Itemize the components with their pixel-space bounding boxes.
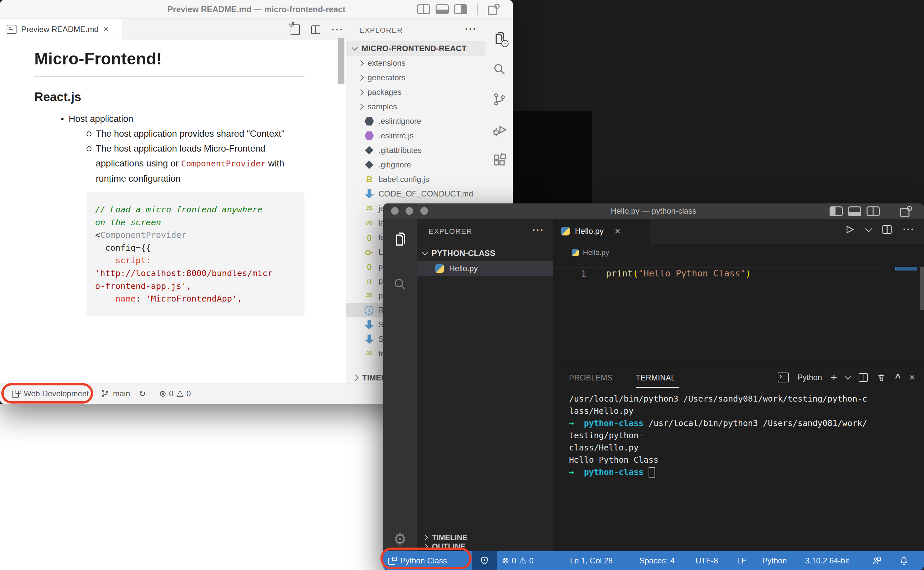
feedback-person-icon	[872, 556, 882, 566]
toggle-panel-right-icon[interactable]	[867, 207, 880, 216]
explorer-root-folder[interactable]: MICRO-FRONTEND-REACT	[346, 41, 486, 56]
workspace-trust-item[interactable]	[472, 551, 496, 570]
file-row[interactable]: .gitattributes	[346, 143, 486, 158]
background-window-shadow	[513, 111, 592, 207]
extensions-icon[interactable]	[491, 152, 508, 169]
language-mode-item[interactable]: Python	[762, 551, 787, 570]
root-folder-label: MICRO-FRONTEND-REACT	[362, 44, 467, 53]
file-row[interactable]: .eslintrc.js	[346, 129, 486, 143]
tab-problems[interactable]: PROBLEMS	[569, 374, 613, 382]
tab-hello-py[interactable]: Hello.py ×	[553, 219, 650, 244]
customize-layout-icon[interactable]	[900, 206, 912, 217]
file-row-hello-py[interactable]: Hello.py	[417, 261, 553, 276]
file-row[interactable]: .gitignore	[346, 158, 486, 172]
error-icon: ⊗	[502, 555, 509, 566]
folder-row[interactable]: generators	[346, 70, 486, 85]
explorer-header: EXPLORER	[359, 26, 403, 35]
file-label: babel.config.js	[378, 175, 429, 184]
split-editor-icon[interactable]	[883, 225, 892, 234]
sync-status-item[interactable]: ↻	[139, 383, 146, 404]
more-actions-icon[interactable]: ···	[331, 24, 343, 35]
split-terminal-icon[interactable]	[859, 373, 868, 382]
settings-gear-icon[interactable]: ⚙	[391, 530, 409, 547]
editor-scrollbar-thumb[interactable]	[920, 267, 924, 310]
problems-status-item[interactable]: ⊗ 0 ⚠ 0	[159, 383, 191, 404]
source-control-icon[interactable]	[491, 91, 508, 108]
text-line: lass/Hello.py	[569, 405, 919, 417]
code-line[interactable]: print("Hello Python Class")	[606, 268, 751, 278]
explorer-more-actions-icon[interactable]: ···	[532, 225, 544, 236]
breadcrumb[interactable]: Hello.py	[572, 248, 609, 257]
md-heading-2: React.js	[34, 90, 308, 104]
explorer-root-folder[interactable]: PYTHON-CLASS	[417, 246, 553, 261]
file-type-icon	[365, 306, 374, 315]
folder-row[interactable]: samples	[346, 100, 486, 114]
toggle-panel-bottom-icon[interactable]	[848, 207, 861, 216]
encoding-item[interactable]: UTF-8	[696, 551, 718, 570]
search-icon[interactable]	[491, 60, 508, 78]
file-type-icon	[365, 262, 374, 271]
text-segment: /usr/local/bin/python3 /Users/sandy081/w…	[644, 418, 867, 428]
python-interpreter-item[interactable]: 3.10.2 64-bit	[805, 551, 849, 570]
warning-count: 0	[186, 389, 190, 398]
close-panel-icon[interactable]: ×	[909, 373, 915, 382]
cursor-position-item[interactable]: Ln 1, Col 28	[570, 551, 613, 570]
text-segment: 'MicroFrontendApp',	[146, 294, 242, 303]
toggle-panel-right-icon[interactable]	[454, 4, 467, 14]
terminal-options-chevron-icon[interactable]	[845, 374, 851, 380]
indentation-item[interactable]: Spaces: 4	[639, 551, 675, 570]
shell-label[interactable]: Python	[797, 373, 822, 382]
text-segment: applications using or	[96, 158, 181, 169]
text-segment: :	[146, 255, 151, 265]
run-python-file-icon[interactable]	[844, 224, 855, 235]
close-tab-icon[interactable]: ×	[103, 25, 109, 34]
toggle-panel-bottom-icon[interactable]	[435, 4, 449, 14]
eol-item[interactable]: LF	[737, 551, 746, 570]
new-terminal-icon[interactable]: +	[831, 371, 837, 384]
customize-layout-icon[interactable]	[488, 4, 500, 15]
text-segment: o-frontend-app.js',	[95, 281, 192, 291]
desktop-white-area	[0, 404, 385, 570]
text-segment: script	[115, 255, 146, 265]
file-row[interactable]: CODE_OF_CONDUCT.md	[346, 187, 486, 201]
text-segment	[644, 467, 648, 477]
maximize-panel-icon[interactable]: ^	[895, 372, 901, 383]
file-row[interactable]: .eslintignore	[346, 114, 486, 129]
toggle-panel-split-icon[interactable]	[417, 4, 430, 14]
close-tab-icon[interactable]: ×	[615, 227, 620, 236]
file-label: .eslintignore	[378, 116, 421, 126]
tab-preview-readme[interactable]: Preview README.md ×	[0, 19, 123, 40]
text-segment: name	[115, 294, 135, 303]
pending-clock-badge	[501, 39, 509, 48]
folder-row[interactable]: packages	[346, 85, 486, 100]
feedback-item[interactable]	[872, 551, 882, 570]
text-segment: The host application provides shared "Co…	[96, 129, 284, 139]
open-changes-icon[interactable]	[291, 25, 300, 35]
problems-status-item[interactable]: ⊗ 0 ⚠ 0	[502, 551, 534, 570]
explorer-view-icon[interactable]	[491, 29, 508, 47]
toggle-sidebar-left-icon[interactable]	[829, 207, 843, 216]
kill-terminal-trash-icon[interactable]	[876, 372, 886, 382]
explorer-header: EXPLORER	[429, 227, 472, 236]
text-line: config={{	[95, 241, 296, 254]
text-segment: class/Hello.py	[569, 443, 639, 452]
split-editor-icon[interactable]	[311, 25, 320, 34]
line-number: 1	[581, 269, 586, 279]
file-row[interactable]: babel.config.js	[346, 172, 486, 187]
explorer-view-icon[interactable]	[391, 230, 409, 248]
search-icon[interactable]	[391, 276, 409, 293]
folder-row[interactable]: extensions	[346, 56, 486, 70]
notifications-item[interactable]	[899, 551, 909, 570]
md-sub-bullet-2: The host application loads Micro-Fronten…	[34, 141, 308, 186]
file-type-icon	[365, 218, 374, 228]
more-actions-icon[interactable]: ···	[903, 224, 915, 235]
run-options-chevron-icon[interactable]	[865, 225, 872, 232]
terminal-output[interactable]: /usr/local/bin/python3 /Users/sandy081/w…	[569, 393, 919, 478]
section-header[interactable]: TIMELINE	[417, 533, 553, 542]
tab-terminal[interactable]: TERMINAL	[636, 374, 675, 382]
text-segment: →	[569, 418, 574, 428]
preview-scrollbar-thumb[interactable]	[338, 38, 345, 84]
explorer-more-actions-icon[interactable]: ···	[465, 23, 477, 35]
branch-status-item[interactable]: main	[100, 383, 130, 404]
run-debug-icon[interactable]	[491, 121, 508, 138]
